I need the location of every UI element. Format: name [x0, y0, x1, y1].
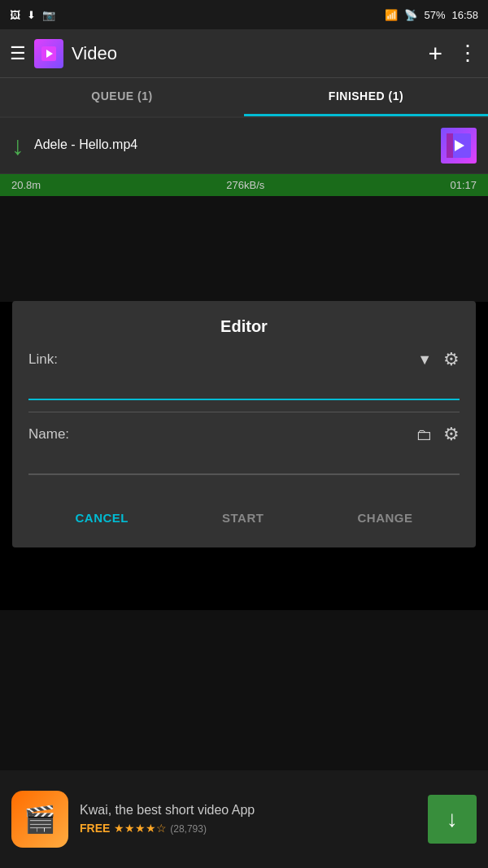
dialog-overlay: Editor Link: ▼ ⚙ Name: 🗀 [0, 301, 488, 547]
battery-text: 57% [424, 9, 445, 21]
background-area [0, 196, 488, 302]
link-field: Link: ▼ ⚙ [28, 349, 460, 400]
download-size: 20.8m [11, 179, 41, 191]
download-info: Adele - Hello.mp4 [34, 137, 431, 154]
name-input[interactable] [28, 450, 460, 475]
download-list: ↓ Adele - Hello.mp4 20.8m 276kB/s 01:17 [0, 118, 488, 196]
ad-reviews: (28,793) [170, 823, 207, 835]
hamburger-icon[interactable]: ☰ [10, 43, 26, 64]
progress-bar-row: 20.8m 276kB/s 01:17 [0, 174, 488, 196]
download-arrow-icon: ↓ [11, 131, 24, 161]
link-input[interactable] [28, 375, 460, 400]
start-button[interactable]: START [209, 504, 277, 531]
ad-info: Kwai, the best short video App FREE ★★★★… [80, 803, 416, 835]
name-settings-icon[interactable]: ⚙ [443, 424, 460, 445]
video-thumbnail [441, 128, 477, 164]
header-actions: + ⋮ [428, 40, 478, 68]
download-speed: 276kB/s [226, 179, 264, 191]
app-logo [34, 39, 63, 68]
ad-title: Kwai, the best short video App [80, 803, 416, 818]
status-bar: 🖼 ⬇ 📷 📶 📡 57% 16:58 [0, 0, 488, 29]
link-icons: ▼ ⚙ [417, 349, 460, 370]
download-time: 01:17 [450, 179, 477, 191]
dialog-title: Editor [12, 301, 476, 349]
ad-app-icon: 🎬 [11, 791, 68, 848]
more-menu-button[interactable]: ⋮ [457, 41, 478, 66]
svg-rect-3 [447, 133, 453, 158]
link-field-header: Link: ▼ ⚙ [28, 349, 460, 370]
ad-download-button[interactable]: ↓ [428, 795, 477, 844]
download-item[interactable]: ↓ Adele - Hello.mp4 [0, 118, 488, 174]
status-right-info: 📶 📡 57% 16:58 [385, 9, 478, 21]
download-notif-icon: ⬇ [27, 9, 36, 21]
name-field-header: Name: 🗀 ⚙ [28, 424, 460, 445]
link-dropdown-icon[interactable]: ▼ [417, 351, 432, 369]
name-icons: 🗀 ⚙ [416, 424, 460, 445]
notification-icon: 🖼 [10, 9, 20, 21]
field-separator [28, 412, 460, 412]
ad-stars: ★★★★☆ [114, 822, 167, 835]
link-settings-icon[interactable]: ⚙ [443, 349, 460, 370]
change-button[interactable]: CHANGE [344, 504, 425, 531]
name-label: Name: [28, 426, 69, 443]
dialog-body: Link: ▼ ⚙ Name: 🗀 ⚙ [12, 349, 476, 491]
ad-banner[interactable]: 🎬 Kwai, the best short video App FREE ★★… [0, 770, 488, 868]
tab-queue[interactable]: QUEUE (1) [0, 78, 244, 116]
tabs-bar: QUEUE (1) FINISHED (1) [0, 78, 488, 118]
ad-free-row: FREE ★★★★☆ (28,793) [80, 821, 416, 835]
lower-background [0, 610, 488, 773]
app-title: Video [72, 43, 428, 64]
add-button[interactable]: + [428, 40, 442, 68]
editor-dialog: Editor Link: ▼ ⚙ Name: 🗀 [12, 301, 476, 547]
status-left-icons: 🖼 ⬇ 📷 [10, 9, 55, 21]
signal-icon: 📡 [404, 9, 417, 21]
name-field: Name: 🗀 ⚙ [28, 424, 460, 475]
camera-icon: 📷 [42, 9, 55, 21]
time-text: 16:58 [451, 9, 478, 21]
ad-free-label: FREE [80, 822, 110, 835]
download-name: Adele - Hello.mp4 [34, 137, 431, 152]
cancel-button[interactable]: CANCEL [63, 504, 142, 531]
dialog-actions: CANCEL START CHANGE [12, 491, 476, 547]
tab-finished[interactable]: FINISHED (1) [244, 78, 488, 116]
app-header: ☰ Video + ⋮ [0, 29, 488, 78]
folder-icon[interactable]: 🗀 [416, 425, 432, 444]
wifi-icon: 📶 [385, 9, 398, 21]
link-label: Link: [28, 351, 58, 368]
